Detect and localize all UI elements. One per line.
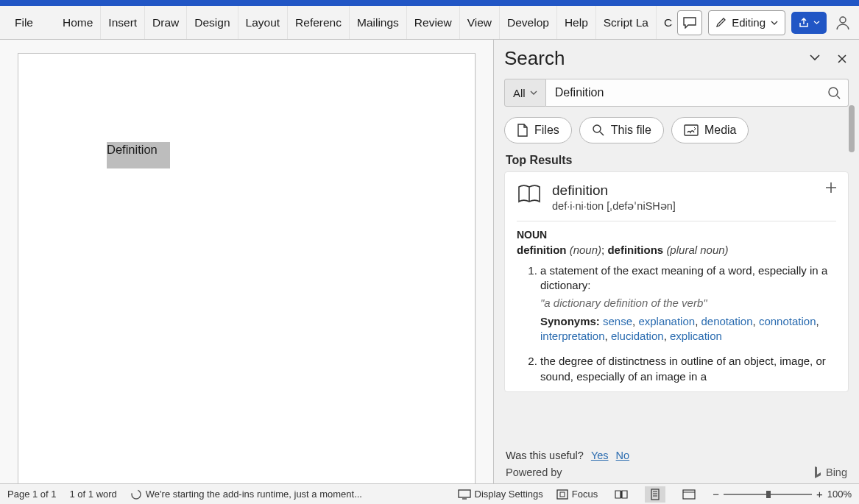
zoom-percent[interactable]: 100%	[827, 489, 852, 500]
search-input[interactable]	[554, 85, 827, 100]
editing-mode-button[interactable]: Editing	[708, 10, 785, 35]
status-addin-message: We're starting the add-ins runtime, just…	[130, 489, 445, 500]
pill-media[interactable]: Media	[671, 117, 749, 143]
search-pane: Search All Files This file	[493, 40, 859, 483]
read-mode-button[interactable]	[611, 486, 632, 503]
book-icon	[615, 489, 628, 500]
tab-references[interactable]: Referenc	[288, 6, 350, 40]
svg-rect-9	[683, 490, 695, 499]
synonym-link[interactable]: interpretation	[540, 330, 605, 342]
ribbon: File Home Insert Draw Design Layout Refe…	[0, 6, 859, 40]
tab-script-lab[interactable]: Script La	[596, 6, 657, 40]
definitions-list: a statement of the exact meaning of a wo…	[517, 263, 836, 384]
feedback-no-link[interactable]: No	[616, 450, 630, 461]
top-results-heading: Top Results	[494, 148, 859, 171]
chevron-down-icon	[771, 21, 778, 25]
document-text[interactable]: Definition	[107, 142, 158, 157]
tab-insert[interactable]: Insert	[101, 6, 145, 40]
pill-files[interactable]: Files	[504, 117, 572, 143]
feedback-row: Was this useful? Yes No	[494, 442, 859, 463]
synonym-link[interactable]: explication	[670, 330, 722, 342]
tab-design[interactable]: Design	[187, 6, 238, 40]
feedback-prompt: Was this useful?	[506, 450, 584, 461]
dictionary-card: definition def·i·ni·tion [ˌdefəˈniSHən] …	[504, 171, 849, 392]
synonym-link[interactable]: explanation	[638, 315, 695, 327]
search-icon[interactable]	[827, 86, 841, 99]
expand-card-button[interactable]	[824, 181, 838, 194]
definition-text: the degree of distinctness in outline of…	[540, 355, 826, 382]
comments-button[interactable]	[677, 10, 702, 35]
svg-point-0	[840, 17, 846, 23]
definition-example: "a dictionary definition of the verb"	[540, 296, 836, 310]
document-canvas[interactable]: Definition	[0, 40, 493, 483]
synonym-link[interactable]: connotation	[759, 315, 816, 327]
tab-home[interactable]: Home	[55, 6, 101, 40]
zoom-slider-thumb[interactable]	[766, 491, 771, 498]
tab-developer[interactable]: Develop	[500, 6, 557, 40]
share-icon	[798, 17, 810, 29]
tab-callout[interactable]: Callout a	[657, 6, 673, 40]
pill-this-file-label: This file	[611, 124, 651, 137]
search-scope-label: All	[513, 87, 526, 99]
bing-icon	[813, 466, 823, 479]
web-layout-button[interactable]	[679, 486, 699, 503]
tab-draw[interactable]: Draw	[145, 6, 187, 40]
search-scope-dropdown[interactable]: All	[504, 79, 546, 107]
tab-file[interactable]: File	[6, 6, 40, 40]
pencil-icon	[715, 17, 727, 28]
feedback-yes-link[interactable]: Yes	[591, 450, 609, 461]
search-results: definition def·i·ni·tion [ˌdefəˈniSHən] …	[504, 171, 849, 442]
ribbon-right: Editing	[677, 10, 853, 35]
svg-point-4	[132, 490, 141, 499]
dictionary-word: definition	[552, 182, 676, 199]
zoom-slider[interactable]	[724, 494, 812, 495]
svg-rect-8	[651, 489, 659, 500]
tab-help[interactable]: Help	[557, 6, 596, 40]
chevron-down-icon	[530, 90, 537, 95]
chevron-down-icon[interactable]	[809, 54, 821, 61]
synonyms-row: Synonyms: sense, explanation, denotation…	[540, 314, 836, 344]
svg-point-2	[593, 125, 601, 132]
status-word-count[interactable]: 1 of 1 word	[70, 489, 117, 500]
tab-view[interactable]: View	[460, 6, 500, 40]
comment-icon	[683, 17, 696, 29]
synonym-link[interactable]: denotation	[701, 315, 752, 327]
account-button[interactable]	[833, 13, 853, 33]
zoom-in-button[interactable]: +	[816, 488, 823, 500]
focus-mode-button[interactable]: Focus	[556, 489, 598, 500]
svg-rect-7	[560, 492, 565, 497]
pane-scrollbar-thumb[interactable]	[849, 105, 855, 152]
part-of-speech: NOUN	[517, 229, 836, 241]
status-page[interactable]: Page 1 of 1	[7, 489, 57, 500]
pill-files-label: Files	[534, 124, 559, 137]
ribbon-tabs: File Home Insert Draw Design Layout Refe…	[6, 6, 673, 40]
file-icon	[517, 124, 529, 137]
document-page[interactable]: Definition	[18, 53, 476, 483]
close-icon[interactable]	[837, 54, 847, 64]
print-layout-button[interactable]	[645, 486, 665, 503]
synonym-link[interactable]: sense	[603, 315, 632, 327]
display-settings-button[interactable]: Display Settings	[458, 489, 543, 500]
dictionary-phonetic: def·i·ni·tion [ˌdefəˈniSHən]	[552, 200, 676, 212]
definition-item: a statement of the exact meaning of a wo…	[540, 263, 836, 344]
chevron-down-icon	[813, 21, 820, 24]
zoom-out-button[interactable]: −	[713, 488, 719, 500]
definition-text: a statement of the exact meaning of a wo…	[540, 264, 827, 291]
svg-rect-5	[459, 490, 470, 497]
search-box[interactable]	[546, 79, 849, 107]
share-button[interactable]	[791, 12, 827, 34]
zoom-controls: − + 100%	[713, 488, 852, 500]
spinner-icon	[130, 489, 142, 500]
bing-attribution[interactable]: Bing	[813, 466, 847, 479]
definition-item: the degree of distinctness in outline of…	[540, 354, 836, 384]
tab-review[interactable]: Review	[407, 6, 460, 40]
focus-icon	[556, 489, 568, 500]
dictionary-icon	[517, 184, 542, 206]
tab-layout[interactable]: Layout	[238, 6, 289, 40]
editing-label: Editing	[732, 16, 766, 29]
main-area: Definition Search All Files	[0, 40, 859, 483]
pill-this-file[interactable]: This file	[579, 117, 664, 143]
synonym-link[interactable]: elucidation	[611, 330, 664, 342]
tab-mailings[interactable]: Mailings	[350, 6, 407, 40]
svg-point-1	[829, 88, 838, 96]
